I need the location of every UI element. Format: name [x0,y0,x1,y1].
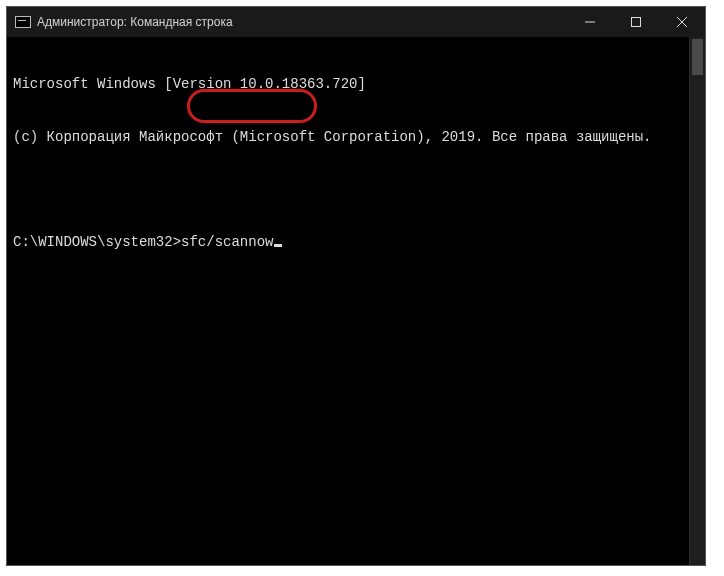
window-controls [567,7,705,37]
titlebar[interactable]: Администратор: Командная строка [7,7,705,37]
minimize-button[interactable] [567,7,613,37]
maximize-button[interactable] [613,7,659,37]
cmd-icon [15,16,31,28]
terminal-line-version: Microsoft Windows [Version 10.0.18363.72… [13,76,699,94]
terminal-prompt-line: C:\WINDOWS\system32>sfc/scannow [13,234,699,252]
vertical-scrollbar[interactable] [689,37,705,565]
cmd-window: Администратор: Командная строка Microsof… [6,6,706,566]
terminal-area[interactable]: Microsoft Windows [Version 10.0.18363.72… [7,37,705,565]
terminal-line-copyright: (c) Корпорация Майкрософт (Microsoft Cor… [13,129,699,147]
minimize-icon [585,17,595,27]
terminal-prompt: C:\WINDOWS\system32> [13,234,181,252]
maximize-icon [631,17,641,27]
scrollbar-thumb[interactable] [692,39,703,75]
terminal-typed-command: sfc/scannow [181,234,273,252]
window-title: Администратор: Командная строка [37,15,233,29]
terminal-cursor [274,244,282,247]
close-icon [677,17,687,27]
svg-rect-1 [632,18,641,27]
terminal-blank-line [13,181,699,199]
close-button[interactable] [659,7,705,37]
